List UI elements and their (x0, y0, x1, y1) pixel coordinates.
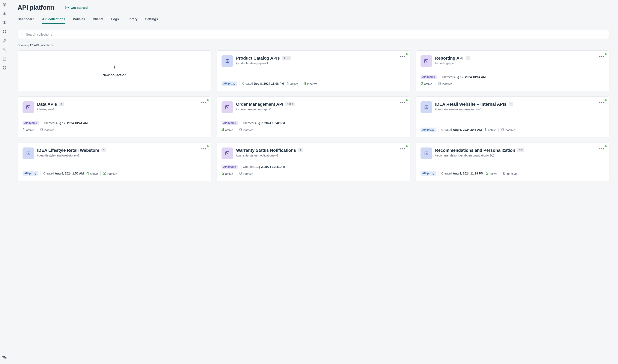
active-stat: 1 active (287, 81, 298, 86)
divider (421, 118, 605, 118)
collection-card[interactable]: •••Recommendations and Personalization3.… (416, 143, 609, 181)
layers-icon[interactable] (2, 2, 7, 7)
connection-icon[interactable] (2, 47, 7, 52)
tab-clients[interactable]: Clients (93, 17, 104, 24)
get-started-link[interactable]: Get started (65, 6, 88, 9)
main-content: API platform Get started DashboardAPI co… (9, 0, 618, 364)
shield-icon[interactable] (2, 65, 7, 70)
collection-card[interactable]: •••Product Catalog APIs1.0.0/product-cat… (217, 50, 410, 91)
divider (222, 72, 406, 72)
tab-api-collections[interactable]: API collections (42, 17, 65, 24)
card-menu-button[interactable]: ••• (201, 147, 207, 151)
status-dot (605, 53, 607, 55)
svg-marker-16 (67, 7, 68, 8)
collection-card[interactable]: •••Data APIs1/data-apis-v1API recipeCrea… (18, 96, 211, 137)
card-footer: API recipeCreated Aug 7, 2024 10:42 PM (222, 121, 406, 125)
status-dot (605, 145, 607, 147)
inactive-stat: 0 inactive (239, 171, 253, 176)
card-menu-button[interactable]: ••• (599, 101, 605, 105)
inactive-stat: 0 inactive (40, 127, 54, 132)
collection-icon (421, 147, 432, 159)
search-input[interactable] (18, 30, 609, 39)
card-title: Warranty Status Notifications (236, 147, 296, 153)
collection-card[interactable]: •••Order Management API1.0.0/order-manag… (217, 96, 410, 137)
tab-logs[interactable]: Logs (111, 17, 119, 24)
showing-count: Showing 20 API collections (18, 43, 609, 47)
svg-line-29 (226, 106, 228, 108)
card-menu-button[interactable]: ••• (599, 54, 605, 59)
active-stat: 4 active (86, 171, 98, 176)
svg-marker-0 (3, 3, 6, 5)
divider (421, 72, 605, 72)
collection-icon (222, 55, 233, 67)
building-icon[interactable] (2, 56, 7, 61)
new-collection-card[interactable]: New collection (18, 50, 211, 91)
grid-icon[interactable] (2, 29, 7, 34)
version-badge: 1 (298, 148, 303, 152)
card-menu-button[interactable]: ••• (400, 101, 406, 105)
card-title: Reporting API (435, 55, 464, 61)
version-badge: 1.0.0 (285, 102, 295, 106)
page-title: API platform (18, 4, 54, 11)
card-footer: API recipeCreated Aug 12, 2024 10:41 AM (23, 121, 207, 125)
svg-rect-6 (3, 32, 4, 33)
card-footer: API proxyCreated Aug 6, 2024 2:46 AM1 ac… (421, 127, 605, 132)
active-stat: 1 active (484, 127, 496, 132)
collection-icon (23, 101, 34, 113)
workato-logo-icon[interactable] (2, 356, 7, 361)
card-title: Data APIs (37, 101, 57, 107)
svg-line-18 (23, 35, 23, 35)
status-dot (207, 99, 209, 101)
get-started-label: Get started (71, 6, 88, 9)
card-footer: API recipeCreated Aug 2, 2024 12:41 AM (222, 165, 406, 169)
card-path: /order-management-api-v1 (236, 108, 397, 111)
card-menu-button[interactable]: ••• (599, 147, 605, 151)
snowflake-icon[interactable] (2, 11, 7, 16)
collection-grid: New collection•••Product Catalog APIs1.0… (18, 50, 609, 181)
type-chip: API proxy (421, 128, 436, 132)
collection-icon (222, 101, 233, 113)
book-icon[interactable] (2, 20, 7, 25)
svg-rect-5 (5, 30, 6, 31)
card-menu-button[interactable]: ••• (400, 54, 406, 59)
tab-policies[interactable]: Policies (73, 17, 85, 24)
card-menu-button[interactable]: ••• (201, 101, 207, 105)
card-footer: API recipeCreated Aug 12, 2024 10:54 AM (421, 75, 605, 79)
card-title: IDEA Lifestyle Retail Webstore (37, 147, 99, 153)
type-chip: API recipe (23, 121, 39, 125)
card-menu-button[interactable]: ••• (400, 147, 406, 151)
page-header: API platform Get started (18, 4, 609, 11)
inactive-stat: 4 inactive (303, 81, 317, 86)
type-chip: API proxy (222, 81, 237, 86)
tab-settings[interactable]: Settings (145, 17, 158, 24)
status-dot (406, 53, 408, 55)
active-stat: 4 active (222, 127, 233, 132)
card-title: Recommendations and Personalization (435, 147, 515, 153)
wrench-icon[interactable] (2, 38, 7, 43)
divider (60, 5, 60, 10)
collection-card[interactable]: •••IDEA Lifestyle Retail Webstore1/idea-… (18, 143, 211, 181)
svg-line-25 (425, 60, 427, 62)
tabs: DashboardAPI collectionsPoliciesClientsL… (18, 17, 609, 24)
status-dot (406, 145, 408, 147)
collection-card[interactable]: •••Warranty Status Notifications1/warran… (217, 143, 410, 181)
svg-line-37 (226, 152, 228, 154)
inactive-stat: 0 inactive (501, 127, 515, 132)
tab-dashboard[interactable]: Dashboard (18, 17, 34, 24)
active-stat: 2 active (421, 81, 432, 86)
svg-rect-11 (3, 57, 6, 60)
play-circle-icon (65, 6, 69, 9)
collection-card[interactable]: •••IDEA Retail Website – Internal APIs1/… (416, 96, 609, 137)
type-chip: API proxy (23, 171, 38, 176)
collection-card[interactable]: •••Reporting API1/reporting-api-v1API re… (416, 50, 609, 91)
card-path: /idea-retail-website-internal-apis-v1 (435, 108, 596, 111)
type-chip: API recipe (421, 75, 437, 79)
card-path: /data-apis-v1 (37, 108, 198, 111)
active-stat: 5 active (222, 171, 233, 176)
version-badge: 1 (101, 148, 106, 152)
card-title: Product Catalog APIs (236, 55, 280, 61)
tab-library[interactable]: Library (127, 17, 137, 24)
collection-icon (222, 147, 233, 159)
search-icon (21, 32, 24, 37)
version-badge: 1 (466, 56, 471, 60)
